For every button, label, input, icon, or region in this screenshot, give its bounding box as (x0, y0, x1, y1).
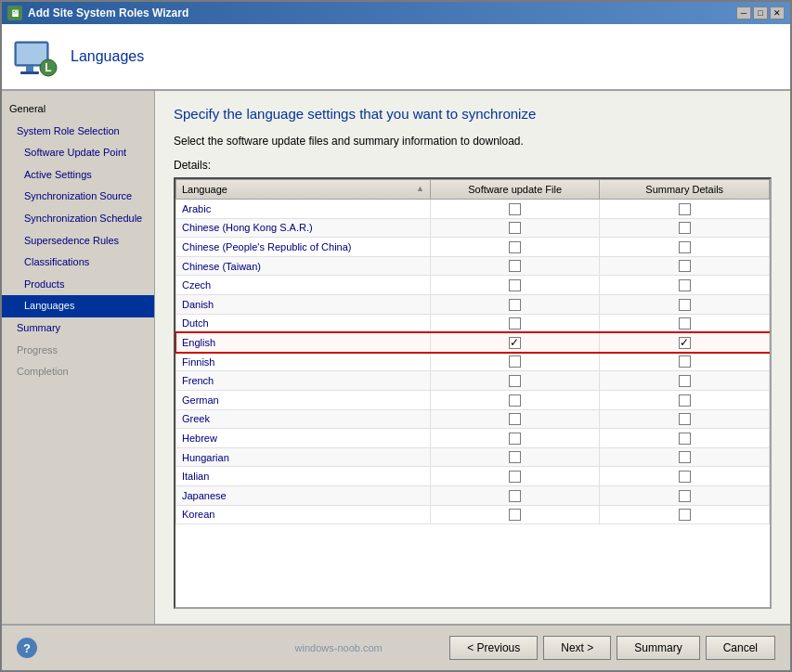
sw-update-checkbox[interactable] (509, 471, 521, 483)
sw-update-checkbox[interactable] (509, 394, 521, 407)
sidebar-item-active-settings[interactable]: Active Settings (2, 164, 154, 187)
sw-update-checkbox[interactable] (509, 317, 521, 330)
sw-update-checkbox-cell[interactable] (430, 314, 600, 333)
table-row[interactable]: Danish (176, 294, 770, 314)
sw-update-checkbox[interactable] (509, 222, 521, 234)
sw-update-checkbox[interactable] (509, 260, 521, 272)
sw-update-checkbox[interactable] (509, 337, 521, 349)
summary-details-checkbox-cell[interactable] (600, 467, 770, 486)
next-button[interactable]: Next > (543, 636, 611, 660)
summary-details-checkbox[interactable] (679, 375, 691, 387)
table-row[interactable]: Chinese (Taiwan) (176, 256, 770, 276)
sw-update-checkbox[interactable] (509, 299, 521, 311)
summary-details-checkbox[interactable] (679, 471, 691, 483)
minimize-button[interactable]: ─ (736, 6, 751, 19)
sw-update-checkbox[interactable] (509, 490, 521, 502)
summary-details-checkbox[interactable] (679, 451, 691, 463)
sw-update-checkbox-cell[interactable] (430, 409, 600, 429)
sw-update-checkbox[interactable] (509, 375, 521, 387)
sw-update-checkbox-cell[interactable] (430, 352, 600, 371)
sw-update-checkbox-cell[interactable] (430, 390, 600, 409)
sw-update-checkbox[interactable] (509, 433, 521, 445)
cancel-button[interactable]: Cancel (706, 636, 775, 660)
summary-details-checkbox-cell[interactable] (600, 256, 770, 276)
sw-update-checkbox[interactable] (509, 509, 521, 521)
summary-details-checkbox[interactable] (679, 490, 691, 502)
sw-update-checkbox-cell[interactable] (430, 333, 600, 353)
sidebar-item-supersedence-rules[interactable]: Supersedence Rules (2, 230, 154, 252)
maximize-button[interactable]: □ (753, 6, 768, 19)
table-row[interactable]: German (176, 390, 770, 409)
summary-details-checkbox[interactable] (679, 241, 691, 253)
summary-details-checkbox[interactable] (679, 317, 691, 330)
sw-update-checkbox-cell[interactable] (430, 256, 600, 276)
summary-details-checkbox-cell[interactable] (600, 200, 770, 219)
summary-details-checkbox[interactable] (679, 337, 691, 349)
sw-update-checkbox-cell[interactable] (430, 505, 600, 524)
table-row[interactable]: French (176, 371, 770, 391)
sw-update-checkbox[interactable] (509, 355, 521, 368)
col-header-sw-update[interactable]: Software update File (430, 180, 600, 200)
sidebar-item-software-update-point[interactable]: Software Update Point (2, 142, 154, 164)
summary-details-checkbox-cell[interactable] (600, 409, 770, 429)
sw-update-checkbox[interactable] (509, 241, 521, 253)
table-row[interactable]: Hebrew (176, 429, 770, 448)
summary-details-checkbox-cell[interactable] (600, 429, 770, 448)
table-row[interactable]: Arabic (176, 200, 770, 219)
summary-details-checkbox-cell[interactable] (600, 505, 770, 524)
summary-details-checkbox[interactable] (679, 509, 691, 521)
sw-update-checkbox-cell[interactable] (430, 276, 600, 295)
sidebar-item-products[interactable]: Products (2, 274, 154, 296)
sw-update-checkbox-cell[interactable] (430, 238, 600, 257)
sw-update-checkbox-cell[interactable] (430, 467, 600, 486)
table-row[interactable]: Hungarian (176, 447, 770, 467)
table-row[interactable]: Chinese (Hong Kong S.A.R.) (176, 218, 770, 238)
table-row[interactable]: English (176, 333, 770, 353)
table-row[interactable]: Dutch (176, 314, 770, 333)
summary-details-checkbox-cell[interactable] (600, 294, 770, 314)
summary-details-checkbox-cell[interactable] (600, 314, 770, 333)
sidebar-item-classifications[interactable]: Classifications (2, 252, 154, 274)
summary-details-checkbox[interactable] (679, 413, 691, 425)
close-button[interactable]: ✕ (770, 6, 785, 19)
table-row[interactable]: Korean (176, 505, 770, 524)
help-button[interactable]: ? (17, 638, 37, 658)
summary-details-checkbox-cell[interactable] (600, 447, 770, 467)
sidebar-item-system-role-selection[interactable]: System Role Selection (2, 121, 154, 143)
sw-update-checkbox-cell[interactable] (430, 218, 600, 238)
sidebar-item-sync-schedule[interactable]: Synchronization Schedule (2, 208, 154, 230)
sw-update-checkbox-cell[interactable] (430, 371, 600, 391)
col-header-language[interactable]: Language ▲ (176, 180, 431, 200)
summary-details-checkbox-cell[interactable] (600, 390, 770, 409)
table-scroll[interactable]: Language ▲ Software update File Summary … (175, 179, 770, 607)
summary-details-checkbox[interactable] (679, 299, 691, 311)
sw-update-checkbox[interactable] (509, 203, 521, 215)
summary-details-checkbox[interactable] (679, 222, 691, 234)
summary-details-checkbox-cell[interactable] (600, 333, 770, 353)
sw-update-checkbox[interactable] (509, 451, 521, 463)
table-row[interactable]: Greek (176, 409, 770, 429)
sidebar-item-general[interactable]: General (2, 98, 154, 121)
table-row[interactable]: Czech (176, 276, 770, 295)
sidebar-item-summary[interactable]: Summary (2, 317, 154, 340)
previous-button[interactable]: < Previous (449, 636, 538, 660)
summary-details-checkbox[interactable] (679, 260, 691, 272)
summary-details-checkbox-cell[interactable] (600, 485, 770, 505)
table-row[interactable]: Italian (176, 467, 770, 486)
col-header-summary-details[interactable]: Summary Details (600, 180, 770, 200)
summary-details-checkbox[interactable] (679, 279, 691, 291)
table-row[interactable]: Chinese (People's Republic of China) (176, 238, 770, 257)
sw-update-checkbox-cell[interactable] (430, 485, 600, 505)
sidebar-item-sync-source[interactable]: Synchronization Source (2, 186, 154, 208)
summary-details-checkbox-cell[interactable] (600, 352, 770, 371)
summary-details-checkbox-cell[interactable] (600, 238, 770, 257)
summary-button[interactable]: Summary (617, 636, 699, 660)
table-row[interactable]: Finnish (176, 352, 770, 371)
table-row[interactable]: Japanese (176, 485, 770, 505)
sw-update-checkbox-cell[interactable] (430, 294, 600, 314)
summary-details-checkbox-cell[interactable] (600, 371, 770, 391)
sw-update-checkbox-cell[interactable] (430, 200, 600, 219)
summary-details-checkbox[interactable] (679, 394, 691, 407)
sw-update-checkbox[interactable] (509, 279, 521, 291)
sw-update-checkbox-cell[interactable] (430, 429, 600, 448)
